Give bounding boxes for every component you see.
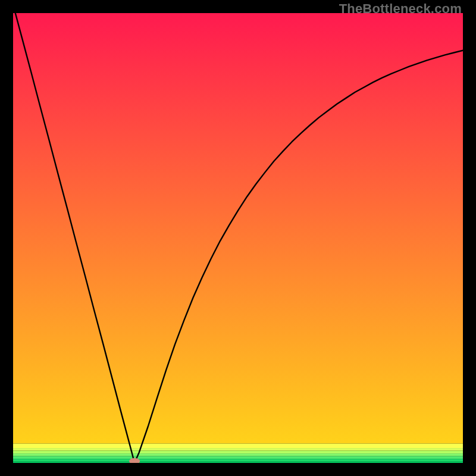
bottleneck-chart [13,13,463,463]
svg-rect-3 [13,451,463,454]
svg-rect-4 [13,453,463,456]
svg-rect-1 [13,443,463,448]
watermark-text: TheBottleneck.com [339,1,462,17]
svg-rect-0 [13,13,463,443]
svg-rect-5 [13,456,463,459]
chart-frame [13,13,463,463]
svg-rect-6 [13,459,463,462]
svg-rect-7 [13,462,463,463]
svg-rect-2 [13,448,463,451]
